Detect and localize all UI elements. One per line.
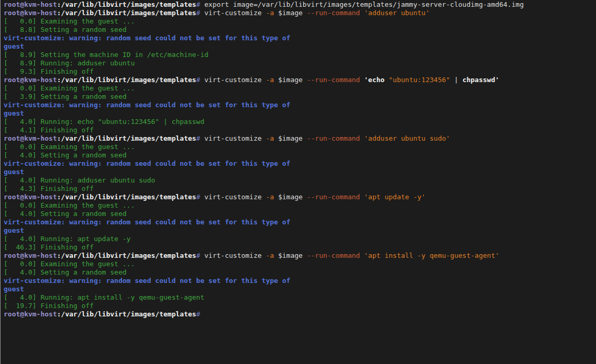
terminal-text-segment: guest bbox=[4, 285, 24, 293]
terminal-text-segment: chpasswd' bbox=[463, 76, 499, 84]
terminal-text-segment: /var/lib/libvirt/images/templates bbox=[61, 76, 196, 84]
terminal-line-output: [ 0.0] Examining the guest ... bbox=[4, 143, 596, 151]
terminal-text-segment: /var/lib/libvirt/images/templates bbox=[61, 134, 196, 142]
terminal-text-segment: : bbox=[57, 76, 61, 84]
terminal-line-output: [ 4.3] Finishing off bbox=[4, 185, 596, 193]
terminal-text-segment: [ 19.7] Finishing off bbox=[4, 302, 94, 310]
terminal-line-warning: virt-customize: warning: random seed cou… bbox=[4, 101, 596, 109]
terminal-text-segment: [ 4.0] Running: adduser ubuntu sudo bbox=[4, 176, 155, 184]
terminal-line-warning: virt-customize: warning: random seed cou… bbox=[4, 160, 596, 168]
terminal-line-output: [ 0.0] Examining the guest ... bbox=[4, 84, 596, 93]
terminal-line-warning: guest bbox=[4, 226, 596, 235]
terminal-text-segment: $image bbox=[274, 134, 307, 142]
terminal-text-segment: virt-customize bbox=[200, 193, 266, 201]
terminal-text-segment: [ 0.0] Examining the guest ... bbox=[4, 260, 134, 268]
terminal-text-segment bbox=[360, 134, 364, 142]
terminal-screen[interactable]: root@kvm-host:/var/lib/libvirt/images/te… bbox=[4, 1, 596, 364]
terminal-line-prompt: root@kvm-host:/var/lib/libvirt/images/te… bbox=[4, 134, 596, 143]
terminal-window: root@kvm-host:/var/lib/libvirt/images/te… bbox=[0, 0, 596, 364]
terminal-line-output: [ 8.8] Setting a random seed bbox=[4, 26, 596, 34]
terminal-text-segment: [ 8.8] Setting a random seed bbox=[4, 26, 127, 33]
terminal-line-prompt: root@kvm-host:/var/lib/libvirt/images/te… bbox=[4, 1, 596, 9]
terminal-text-segment: --run-command bbox=[307, 9, 360, 17]
terminal-line-output: [ 4.0] Running: apt install -y qemu-gues… bbox=[4, 293, 596, 302]
terminal-text-segment bbox=[360, 252, 364, 259]
terminal-text-segment: [ 8.9] Running: adduser ubuntu bbox=[4, 59, 134, 67]
terminal-text-segment: virt-customize bbox=[200, 9, 266, 17]
terminal-line-prompt: root@kvm-host:/var/lib/libvirt/images/te… bbox=[4, 76, 596, 84]
terminal-text-segment: /var/lib/libvirt/images/templates bbox=[61, 193, 196, 201]
terminal-text-segment: [ 4.0] Setting a random seed bbox=[4, 268, 127, 276]
terminal-text-segment: --run-command bbox=[307, 252, 360, 259]
terminal-line-prompt: root@kvm-host:/var/lib/libvirt/images/te… bbox=[4, 310, 596, 318]
terminal-text-segment: guest bbox=[4, 168, 24, 176]
terminal-text-segment: # bbox=[196, 76, 200, 84]
terminal-text-segment: [ 0.0] Examining the guest ... bbox=[4, 17, 134, 25]
terminal-text-segment: root@kvm-host bbox=[4, 9, 57, 17]
terminal-text-segment: [ 4.0] Setting a random seed bbox=[4, 151, 127, 159]
terminal-text-segment: # bbox=[196, 134, 200, 142]
terminal-text-segment: [ 9.3] Finishing off bbox=[4, 67, 94, 75]
terminal-line-warning: virt-customize: warning: random seed cou… bbox=[4, 34, 596, 42]
terminal-line-prompt: root@kvm-host:/var/lib/libvirt/images/te… bbox=[4, 252, 596, 260]
terminal-text-segment: --run-command bbox=[307, 193, 360, 201]
terminal-text-segment: $image bbox=[274, 9, 307, 17]
terminal-line-output: [ 0.0] Examining the guest ... bbox=[4, 17, 596, 26]
terminal-text-segment: : bbox=[57, 1, 61, 8]
terminal-text-segment: root@kvm-host bbox=[4, 310, 57, 318]
terminal-line-warning: guest bbox=[4, 42, 596, 51]
terminal-text-segment: -a bbox=[266, 193, 274, 201]
terminal-line-output: [ 8.9] Running: adduser ubuntu bbox=[4, 59, 596, 67]
terminal-text-segment: 'apt install -y qemu-guest-agent' bbox=[364, 252, 499, 259]
terminal-text-segment: : bbox=[57, 310, 61, 318]
terminal-text-segment: : bbox=[57, 9, 61, 17]
terminal-text-segment: [ 4.0] Running: apt update -y bbox=[4, 235, 131, 243]
terminal-text-segment: virt-customize bbox=[200, 76, 266, 84]
terminal-text-segment: /var/lib/libvirt/images/templates bbox=[61, 310, 196, 318]
terminal-text-segment: guest bbox=[4, 42, 24, 50]
terminal-line-output: [ 4.0] Running: echo "ubuntu:123456" | c… bbox=[4, 118, 596, 126]
terminal-text-segment: export image=/var/lib/libvirt/images/tem… bbox=[200, 1, 524, 8]
terminal-text-segment: # bbox=[196, 1, 200, 8]
terminal-line-warning: virt-customize: warning: random seed cou… bbox=[4, 277, 596, 285]
terminal-text-segment bbox=[360, 9, 364, 17]
terminal-text-segment: [ 4.0] Setting a random seed bbox=[4, 210, 127, 218]
terminal-text-segment bbox=[360, 193, 364, 201]
terminal-line-output: [ 4.0] Setting a random seed bbox=[4, 210, 596, 218]
terminal-text-segment: "ubuntu:123456" bbox=[389, 76, 450, 84]
terminal-text-segment: /var/lib/libvirt/images/templates bbox=[61, 1, 196, 8]
terminal-text-segment: --run-command bbox=[307, 76, 360, 84]
terminal-text-segment: --run-command bbox=[307, 134, 360, 142]
terminal-text-segment: # bbox=[196, 252, 200, 259]
terminal-text-segment: # bbox=[196, 9, 200, 17]
terminal-line-output: [ 9.3] Finishing off bbox=[4, 67, 596, 76]
terminal-line-output: [ 0.0] Examining the guest ... bbox=[4, 201, 596, 210]
terminal-text-segment: guest bbox=[4, 109, 24, 117]
terminal-text-segment: 'adduser ubuntu' bbox=[364, 9, 430, 17]
terminal-text-segment: -a bbox=[266, 134, 274, 142]
terminal-line-warning: guest bbox=[4, 285, 596, 293]
terminal-line-warning: guest bbox=[4, 168, 596, 176]
terminal-text-segment: virt-customize: warning: random seed cou… bbox=[4, 277, 290, 285]
terminal-text-segment: 'adduser ubuntu sudo' bbox=[364, 134, 450, 142]
terminal-text-segment: virt-customize: warning: random seed cou… bbox=[4, 101, 290, 109]
terminal-line-prompt: root@kvm-host:/var/lib/libvirt/images/te… bbox=[4, 193, 596, 201]
terminal-text-segment: virt-customize: warning: random seed cou… bbox=[4, 160, 290, 167]
terminal-text-segment: $image bbox=[274, 252, 307, 259]
terminal-text-segment: | bbox=[450, 76, 462, 84]
terminal-text-segment: : bbox=[57, 193, 61, 201]
terminal-text-segment: [ 4.0] Running: apt install -y qemu-gues… bbox=[4, 293, 205, 301]
terminal-line-output: [ 4.0] Running: apt update -y bbox=[4, 235, 596, 243]
terminal-text-segment: /var/lib/libvirt/images/templates bbox=[61, 9, 196, 17]
terminal-line-output: [ 4.0] Running: adduser ubuntu sudo bbox=[4, 176, 596, 185]
terminal-text-segment: root@kvm-host bbox=[4, 252, 57, 259]
terminal-text-segment: virt-customize bbox=[200, 134, 266, 142]
terminal-text-segment bbox=[360, 76, 364, 84]
terminal-line-warning: guest bbox=[4, 109, 596, 118]
terminal-text-segment: -a bbox=[266, 76, 274, 84]
terminal-text-segment: [ 3.9] Setting a random seed bbox=[4, 93, 127, 100]
terminal-text-segment: root@kvm-host bbox=[4, 1, 57, 8]
terminal-text-segment: virt-customize: warning: random seed cou… bbox=[4, 218, 290, 226]
terminal-text-segment: root@kvm-host bbox=[4, 193, 57, 201]
terminal-text-segment: /var/lib/libvirt/images/templates bbox=[61, 252, 196, 259]
